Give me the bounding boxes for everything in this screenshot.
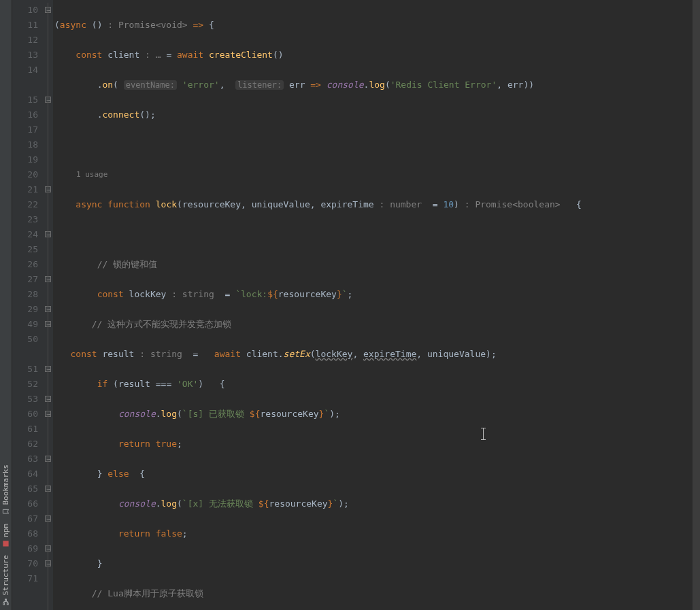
toolwindow-label: Structure (0, 555, 14, 596)
line-number[interactable]: 19 (12, 152, 38, 167)
text-caret-icon (483, 428, 484, 440)
editor-area[interactable]: 10 11 12 13 14 15 16 17 18 19 20 21 22 2… (12, 0, 700, 610)
svg-rect-0 (3, 541, 8, 546)
line-number[interactable]: 29 (12, 302, 38, 317)
line-number[interactable]: 10 (12, 3, 38, 18)
inline-hint: eventName: (124, 80, 177, 90)
toolwindow-label: Bookmarks (0, 464, 14, 505)
editor-scrollbar[interactable] (693, 0, 700, 610)
line-number[interactable]: 12 (12, 33, 38, 48)
line-number[interactable]: 68 (12, 526, 38, 541)
code-content[interactable]: (async () : Promise<void> => { const cli… (53, 0, 700, 610)
line-number[interactable]: 26 (12, 257, 38, 272)
line-number-column: 10 11 12 13 14 15 16 17 18 19 20 21 22 2… (12, 0, 44, 610)
usage-spacer (12, 78, 38, 92)
fold-column (44, 0, 53, 610)
svg-rect-2 (7, 603, 8, 605)
usage-spacer (12, 347, 38, 362)
line-number[interactable]: 20 (12, 167, 38, 182)
line-number[interactable]: 24 (12, 227, 38, 242)
line-number[interactable]: 49 (12, 317, 38, 332)
usage-inlay[interactable]: 1 usage (53, 167, 700, 182)
line-number[interactable]: 70 (12, 556, 38, 571)
line-number[interactable]: 52 (12, 377, 38, 392)
line-number[interactable]: 27 (12, 272, 38, 287)
toolwindow-tab-bookmarks[interactable]: Bookmarks (0, 464, 14, 515)
line-number[interactable]: 65 (12, 481, 38, 496)
line-number[interactable]: 18 (12, 137, 38, 152)
line-number[interactable]: 61 (12, 422, 38, 437)
line-number[interactable]: 64 (12, 467, 38, 481)
line-number[interactable]: 16 (12, 107, 38, 122)
line-number[interactable]: 67 (12, 511, 38, 526)
line-number[interactable]: 50 (12, 332, 38, 347)
line-number[interactable]: 71 (12, 571, 38, 586)
toolwindow-label: npm (0, 524, 14, 537)
line-number[interactable]: 66 (12, 496, 38, 511)
line-number[interactable]: 17 (12, 122, 38, 137)
line-number[interactable]: 51 (12, 362, 38, 377)
line-number[interactable]: 69 (12, 541, 38, 556)
line-number[interactable]: 28 (12, 287, 38, 302)
line-number[interactable]: 60 (12, 407, 38, 422)
toolwindow-tab-structure[interactable]: Structure (0, 555, 14, 606)
toolwindow-tab-npm[interactable]: npm (0, 524, 14, 547)
line-number[interactable]: 63 (12, 452, 38, 467)
editor-gutter: 10 11 12 13 14 15 16 17 18 19 20 21 22 2… (12, 0, 53, 610)
line-number[interactable]: 25 (12, 242, 38, 257)
line-number[interactable]: 62 (12, 437, 38, 452)
line-number[interactable]: 11 (12, 18, 38, 33)
line-number[interactable]: 15 (12, 92, 38, 107)
svg-rect-1 (3, 603, 5, 605)
svg-rect-3 (5, 599, 7, 601)
inline-hint: listener: (235, 80, 284, 90)
line-number[interactable]: 14 (12, 63, 38, 78)
line-number[interactable]: 13 (12, 48, 38, 63)
line-number[interactable]: 21 (12, 182, 38, 197)
line-number[interactable]: 22 (12, 197, 38, 212)
line-number[interactable]: 23 (12, 212, 38, 227)
line-number (12, 601, 38, 610)
line-number[interactable]: 53 (12, 392, 38, 407)
usage-spacer (12, 586, 38, 601)
left-toolwindow-tabs: Bookmarks npm Structure (0, 0, 12, 610)
